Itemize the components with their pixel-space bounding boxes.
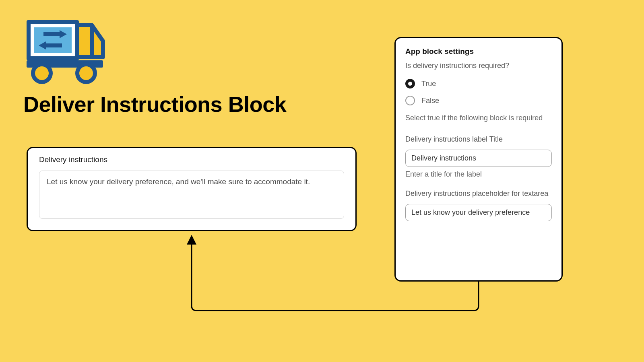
label-title-input[interactable] (405, 150, 552, 167)
truck-icon (23, 17, 108, 85)
svg-rect-4 (43, 32, 60, 36)
settings-heading: App block settings (405, 47, 552, 56)
svg-marker-1 (92, 25, 103, 57)
required-question: Is delivery instructions required? (405, 62, 552, 70)
delivery-instructions-textarea[interactable] (39, 171, 344, 219)
radio-option-true[interactable]: True (405, 79, 552, 88)
radio-label-false: False (421, 97, 439, 105)
svg-point-9 (33, 64, 51, 82)
radio-icon (405, 79, 415, 88)
app-block-settings-panel: App block settings Is delivery instructi… (394, 37, 563, 282)
radio-label-true: True (421, 80, 436, 88)
svg-rect-6 (46, 43, 62, 47)
label-title-field-label: Delivery instructions label Title (405, 134, 552, 145)
delivery-instructions-preview-panel: Delivery instructions (27, 147, 357, 231)
placeholder-input[interactable] (405, 204, 552, 221)
radio-icon (405, 96, 415, 105)
radio-option-false[interactable]: False (405, 96, 552, 105)
svg-point-10 (77, 64, 95, 82)
required-help-text: Select true if the following block is re… (405, 113, 552, 123)
svg-rect-3 (32, 26, 73, 55)
placeholder-field-label: Delivery instructions placeholder for te… (405, 188, 552, 199)
page-title: Deliver Instructions Block (23, 92, 286, 117)
label-title-help: Enter a title for the label (405, 170, 552, 179)
delivery-instructions-label: Delivery instructions (39, 155, 344, 164)
